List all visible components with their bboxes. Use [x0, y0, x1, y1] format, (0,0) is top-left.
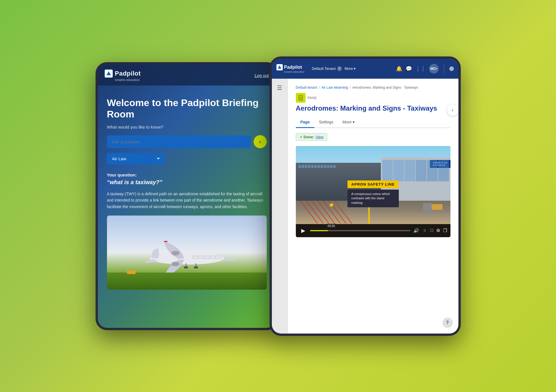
apron-description-box: A conspicuous colour which contrasts wit… [347, 190, 399, 207]
progress-bar[interactable]: 00:20 [310, 230, 411, 231]
video-ctrl-icons: 🔊 ◾ □ ⚙ ❒ [413, 228, 447, 233]
tablet-left: Padpilot smarter.education Log out Welco… [96, 62, 278, 330]
breadcrumb-sep-1: / [319, 86, 320, 90]
done-checkmark-icon: ✓ Done: [300, 135, 314, 139]
breadcrumb-airlaw-link[interactable]: Air Law elearning [322, 86, 348, 90]
nav-more-button[interactable]: More ▾ [345, 66, 356, 71]
volume-icon[interactable]: 🔊 [413, 228, 419, 233]
svg-point-3 [171, 251, 179, 255]
screen-icon[interactable]: □ [430, 228, 433, 233]
nav-more-chevron-icon: ▾ [354, 66, 356, 71]
breadcrumb-tenant-link[interactable]: Default tenant [296, 86, 317, 90]
svg-point-15 [194, 266, 198, 269]
caption-icon[interactable]: ◾ [422, 228, 428, 233]
nav-tenant[interactable]: Default Tenant ? [312, 66, 342, 71]
nav-status-dot [449, 66, 454, 71]
left-content: Welcome to the Padpilot Briefing Room Wh… [98, 86, 276, 328]
page-label-row: PAGE [296, 93, 450, 103]
page-tabs: Page Settings More ▾ [296, 117, 450, 128]
user-avatar[interactable]: MC ▾ [429, 64, 439, 74]
padpilot-logo-left: Padpilot smarter.education [105, 70, 141, 82]
sidebar-toggle-arrow-icon: ‹ [452, 107, 454, 113]
document-icon [298, 95, 303, 100]
briefing-subtitle: What would you like to know? [107, 125, 267, 129]
breadcrumb-sep-2: / [349, 86, 350, 90]
airplane-illustration [136, 235, 238, 275]
padpilot-sub-left: smarter.education [115, 78, 141, 82]
notification-icon[interactable]: 🔔 [396, 66, 402, 72]
your-question-text: “what is a taxiway?” [107, 179, 267, 186]
video-controls: ▶ 00:20 🔊 ◾ □ ⚙ ❒ [296, 224, 450, 237]
right-logo-area: Padpilot smarter.education [276, 64, 305, 73]
your-question-label: Your question: [107, 172, 267, 177]
ground-equipment [423, 203, 432, 213]
nav-tenant-label: Default Tenant [312, 66, 336, 71]
svg-point-13 [184, 266, 188, 269]
time-bubble: 00:20 [326, 224, 337, 228]
tablets-container: Padpilot smarter.education Log out Welco… [96, 56, 461, 336]
page-content: Default tenant / Air Law elearning / Aer… [288, 79, 458, 334]
chat-icon[interactable]: 💬 [406, 66, 412, 72]
grid-icon[interactable]: ⋮⋮ [415, 66, 426, 72]
svg-rect-1 [108, 74, 110, 75]
done-view-link[interactable]: View [316, 135, 324, 139]
nav-icons: 🔔 💬 ⋮⋮ MC ▾ [396, 64, 454, 74]
sidebar-menu-icon[interactable]: ☰ [277, 84, 282, 91]
right-logo-name: Padpilot [284, 65, 302, 70]
apron-safety-label: APRON SAFETY LINE [347, 180, 399, 188]
play-button[interactable]: ▶ [299, 227, 307, 235]
subject-select[interactable]: Air Law Meteorology Navigation Principle… [107, 153, 164, 164]
breadcrumb-current: Aerodromes: Marking and Signs - Taxiways [352, 86, 418, 90]
ground-vehicle [431, 204, 442, 210]
help-button[interactable]: ? [442, 318, 453, 328]
right-navbar: Padpilot smarter.education Default Tenan… [272, 59, 458, 79]
question-submit-button[interactable]: › [254, 135, 267, 148]
tablet-right: Padpilot smarter.education Default Tenan… [270, 56, 461, 336]
left-header: Padpilot smarter.education Log out [98, 64, 276, 86]
settings-icon[interactable]: ⚙ [436, 228, 440, 233]
sidebar-toggle-button[interactable]: ‹ [447, 104, 458, 116]
svg-point-4 [171, 262, 179, 266]
tab-more[interactable]: More ▾ [338, 117, 359, 128]
nav-divider [444, 64, 444, 73]
page-type-label: PAGE [308, 96, 317, 99]
sidebar-toggle-bar: ☰ [272, 79, 288, 334]
avatar-chevron-icon: ▾ [436, 67, 437, 70]
apron-indicator-dot [330, 203, 333, 207]
nav-more-label: More [345, 66, 353, 71]
tab-page[interactable]: Page [296, 117, 314, 128]
page-type-icon [296, 93, 306, 103]
answer-text: A taxiway (TWY) is a defined path on an … [107, 191, 267, 210]
breadcrumb: Default tenant / Air Law elearning / Aer… [296, 86, 450, 90]
right-main: ☰ Default tenant / Air Law elearning / A… [272, 79, 458, 334]
logout-button[interactable]: Log out [254, 73, 269, 78]
padpilot-name-left: Padpilot [115, 70, 141, 77]
airplane-image [107, 216, 267, 290]
video-container: AMERICANEXPRESS [296, 146, 450, 237]
svg-marker-16 [278, 65, 281, 68]
padpilot-icon-left [105, 70, 113, 78]
nav-tenant-info-icon: ? [337, 66, 342, 71]
page-title: Aerodromes: Marking and Signs - Taxiways [296, 104, 450, 112]
question-input-row: › [107, 135, 267, 148]
briefing-title: Welcome to the Padpilot Briefing Room [107, 97, 267, 120]
submit-arrow-icon: › [259, 139, 261, 145]
fullscreen-icon[interactable]: ❒ [443, 228, 447, 233]
progress-fill [310, 230, 328, 231]
svg-rect-10 [164, 241, 167, 242]
avatar-initials: MC [430, 67, 436, 71]
right-logo-sub: smarter.education [284, 70, 305, 73]
right-logo-icon [276, 64, 283, 70]
tab-settings[interactable]: Settings [314, 117, 338, 128]
done-badge: ✓ Done: View [296, 133, 327, 141]
question-input[interactable] [107, 135, 251, 148]
